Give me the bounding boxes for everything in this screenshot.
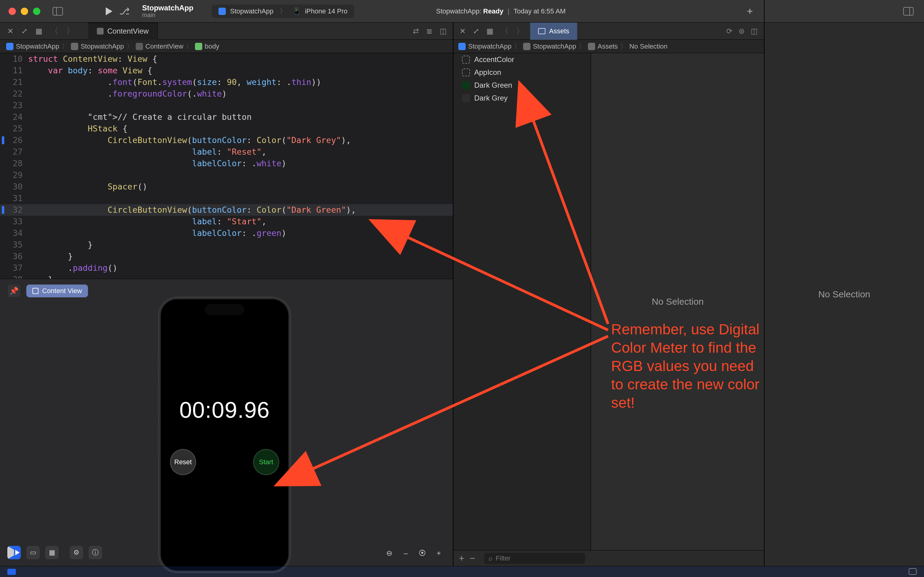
no-selection-label: No Selection: [652, 297, 704, 307]
preview-options-button[interactable]: ⓘ: [89, 546, 102, 559]
asset-row-accentcolor[interactable]: AccentColor: [454, 53, 591, 66]
branch-name: main: [142, 11, 193, 19]
zoom-out-full-icon[interactable]: ⊖: [383, 547, 395, 559]
add-asset-button[interactable]: +: [459, 553, 464, 564]
nav-back-icon[interactable]: 〈: [501, 26, 509, 36]
activity-status: StopwatchApp: Ready | Today at 6:55 AM: [436, 7, 566, 15]
device-settings-button[interactable]: ⚙: [70, 546, 83, 559]
asset-filter-field[interactable]: ⌕ Filter: [484, 553, 585, 564]
asset-list: AccentColor AppIcon Dark Green Dark Grey: [454, 53, 591, 550]
dynamic-island: [205, 304, 245, 315]
scheme-device: iPhone 14 Pro: [305, 7, 348, 15]
property-icon: [195, 43, 202, 50]
focus-mode-icon[interactable]: ⤢: [21, 27, 27, 35]
nav-fwd-icon[interactable]: 〉: [516, 26, 524, 36]
asset-footer: + − ⌕ Filter: [454, 550, 764, 566]
window-traffic-lights: [8, 8, 40, 15]
stopwatch-time: 00:09.96: [161, 397, 288, 423]
status-app: StopwatchApp:: [436, 7, 481, 15]
close-tab-icon[interactable]: ✕: [460, 27, 466, 35]
color-swatch-icon: [462, 81, 470, 89]
live-preview-button[interactable]: [7, 546, 21, 559]
zoom-in-icon[interactable]: +: [433, 547, 445, 559]
focus-mode-icon[interactable]: ⤢: [473, 27, 479, 35]
device-preview[interactable]: 00:09.96 Reset Start: [159, 297, 290, 572]
sync-icon[interactable]: ⟳: [726, 27, 732, 35]
close-tab-icon[interactable]: ✕: [7, 27, 13, 35]
debug-indicator-icon[interactable]: [7, 569, 16, 575]
preview-selector[interactable]: Content View: [26, 285, 88, 297]
run-button[interactable]: [106, 7, 113, 15]
sync-icon[interactable]: ⇄: [413, 27, 419, 35]
folder-icon: [523, 43, 530, 50]
selectable-preview-button[interactable]: ▭: [26, 546, 40, 559]
adjust-icon[interactable]: ⊜: [739, 27, 745, 35]
scheme-app-icon: [219, 8, 226, 15]
remove-asset-button[interactable]: −: [470, 553, 475, 564]
scheme-branch-icon[interactable]: ⎇: [119, 6, 130, 16]
assets-jump-0[interactable]: StopwatchApp: [468, 42, 512, 50]
assets-jump-3[interactable]: No Selection: [629, 42, 668, 50]
appicon-icon: [462, 68, 470, 76]
new-tab-button[interactable]: +: [747, 5, 753, 17]
assets-jump-1[interactable]: StopwatchApp: [533, 42, 576, 50]
titlebar: ⎇ StopwatchApp main StopwatchApp 〉 📱 iPh…: [0, 0, 924, 23]
project-title-block[interactable]: StopwatchApp main: [142, 4, 193, 19]
asset-label: Dark Grey: [474, 94, 507, 102]
editor-tabbar: ✕ ⤢ ▦ 〈 〉 ContentView ⇄ ≣ ◫: [0, 23, 453, 40]
grid-icon[interactable]: ▦: [486, 27, 493, 35]
toggle-inspector-icon[interactable]: [903, 7, 914, 16]
annotation-text: Remember, use Digital Color Meter to fin…: [611, 320, 770, 412]
nav-back-icon[interactable]: 〈: [50, 26, 58, 36]
assets-jump-bar[interactable]: StopwatchApp 〉 StopwatchApp 〉 Assets 〉 N…: [454, 40, 764, 53]
chevron-right-icon: 〉: [280, 7, 286, 16]
toggle-debug-area-icon[interactable]: [909, 568, 917, 575]
grid-icon[interactable]: ▦: [35, 27, 42, 35]
assets-pane: ✕ ⤢ ▦ 〈 〉 Assets ⟳ ⊜ ◫ StopwatchApp 〉 St…: [454, 23, 764, 566]
asset-row-darkgrey[interactable]: Dark Grey: [454, 92, 591, 105]
project-name: StopwatchApp: [142, 4, 193, 12]
jump-seg-1[interactable]: StopwatchApp: [80, 42, 124, 50]
jump-seg-0[interactable]: StopwatchApp: [16, 42, 59, 50]
no-selection-label: No Selection: [818, 289, 870, 300]
jump-bar[interactable]: StopwatchApp 〉 StopwatchApp 〉 ContentVie…: [0, 40, 453, 53]
split-icon[interactable]: ◫: [751, 27, 758, 35]
status-state: Ready: [483, 7, 503, 15]
assets-jump-2[interactable]: Assets: [598, 42, 618, 50]
file-tab-label: ContentView: [107, 27, 149, 35]
preview-canvas: 📌 Content View 00:09.96 Reset Start ▭ ▦ …: [0, 279, 453, 566]
split-editor-icon[interactable]: ◫: [440, 27, 447, 35]
adjust-editor-icon[interactable]: ≣: [426, 27, 432, 35]
pin-preview-button[interactable]: 📌: [8, 285, 20, 297]
asset-label: Dark Green: [474, 81, 512, 90]
zoom-window-button[interactable]: [33, 8, 40, 15]
variants-button[interactable]: ▦: [45, 546, 59, 559]
jump-seg-2[interactable]: ContentView: [145, 42, 184, 50]
toggle-navigator-icon[interactable]: [53, 7, 63, 16]
asset-row-appicon[interactable]: AppIcon: [454, 66, 591, 79]
start-button[interactable]: Start: [253, 449, 279, 475]
assets-cat-icon: [588, 43, 595, 50]
canvas-tool-cluster: ▭ ▦ ⚙ ⓘ: [7, 546, 102, 559]
zoom-cluster: ⊖ – ⦿ +: [383, 547, 445, 559]
scheme-app: StopwatchApp: [230, 7, 274, 15]
zoom-out-icon[interactable]: –: [400, 547, 412, 559]
jump-seg-3[interactable]: body: [205, 42, 219, 50]
assets-tab-label: Assets: [549, 27, 569, 35]
reset-button[interactable]: Reset: [170, 449, 196, 475]
bottom-bar: [0, 566, 924, 577]
device-icon: 📱: [292, 7, 301, 15]
filter-placeholder: Filter: [496, 554, 510, 562]
minimize-window-button[interactable]: [21, 8, 28, 15]
scheme-selector[interactable]: StopwatchApp 〉 📱 iPhone 14 Pro: [212, 5, 354, 18]
reset-label: Reset: [174, 458, 192, 466]
assets-file-tab[interactable]: Assets: [530, 23, 577, 40]
code-editor[interactable]: 10struct ContentView: View {11 var body:…: [0, 53, 453, 279]
file-tab-contentview[interactable]: ContentView: [88, 23, 158, 40]
close-window-button[interactable]: [8, 8, 16, 15]
asset-row-darkgreen[interactable]: Dark Green: [454, 79, 591, 92]
zoom-actual-icon[interactable]: ⦿: [416, 547, 428, 559]
preview-label: Content View: [42, 287, 82, 295]
asset-label: AccentColor: [474, 55, 514, 64]
nav-fwd-icon[interactable]: 〉: [66, 26, 74, 36]
